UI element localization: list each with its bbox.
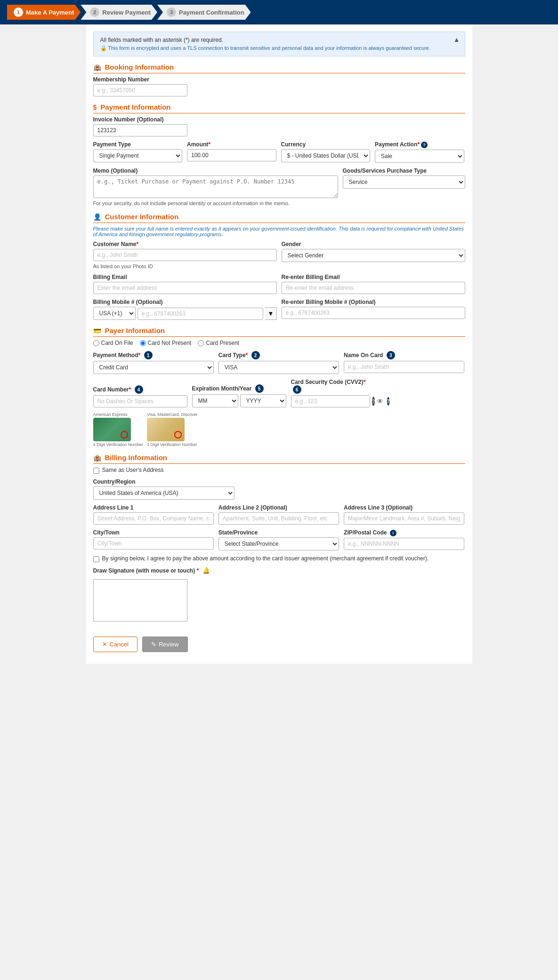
phone-arrow-button[interactable]: ▼ — [265, 307, 276, 320]
collapse-button[interactable]: ▲ — [453, 36, 460, 43]
security-note: 🔒 This form is encrypted and uses a TLS … — [100, 45, 458, 51]
payment-action-select[interactable]: Sale Authorization — [375, 150, 464, 163]
memo-textarea[interactable] — [93, 175, 338, 198]
addr1-label: Address Line 1 — [93, 504, 214, 511]
step-1[interactable]: 1 Make A Payment — [7, 5, 81, 20]
mobile-group: Billing Mobile # (Optional) USA (+1) ▼ — [93, 299, 277, 320]
addr2-input[interactable] — [218, 512, 339, 525]
booking-form-row: Membership Number — [93, 76, 465, 96]
re-mobile-input[interactable] — [282, 307, 465, 319]
city-label: City/Town — [93, 529, 214, 536]
agreement-row: By signing below, I agree to pay the abo… — [93, 555, 465, 562]
same-as-user-row: Same as User's Address — [93, 467, 465, 474]
customer-name-gender-row: Customer Name* As listed on your Photo I… — [93, 241, 465, 269]
card-present-label[interactable]: Card Present — [198, 340, 239, 346]
card-number-input[interactable] — [93, 395, 187, 407]
card-present-radio[interactable] — [198, 340, 204, 346]
payment-type-select[interactable]: Single Payment Installment — [93, 149, 183, 162]
invoice-input[interactable] — [93, 124, 187, 136]
visa-label: Visa, Mastercard, Discover — [147, 412, 197, 417]
payment-method-label: Payment Method* 1 — [93, 351, 214, 359]
gender-select[interactable]: Select Gender Male Female Other — [282, 249, 465, 262]
addr2-group: Address Line 2 (Optional) — [218, 504, 339, 525]
cancel-icon: ✕ — [102, 641, 107, 648]
agreement-checkbox[interactable] — [93, 556, 99, 562]
expiry-year-select[interactable]: YYYY 202420252026 2027202820292030 — [240, 394, 286, 407]
expiry-month-select[interactable]: MM 01020304 05060708 09101112 — [192, 394, 238, 407]
name-on-card-input[interactable] — [344, 361, 464, 373]
customer-icon: 👤 — [93, 213, 101, 221]
billing-section-header: 🏨 Billing Information — [93, 454, 465, 464]
card-on-file-radio[interactable] — [93, 340, 99, 346]
payment-method-select[interactable]: Credit Card ACH Check — [93, 361, 214, 374]
card-not-present-label[interactable]: Card Not Present — [140, 340, 192, 346]
zip-input[interactable] — [344, 538, 464, 550]
currency-select[interactable]: $ - United States Dollar (USD) € - Euro … — [281, 149, 371, 162]
re-mobile-group: Re-enter Billing Mobile # (Optional) — [282, 299, 465, 320]
name-on-card-label: Name On Card 3 — [344, 351, 464, 359]
customer-title: Customer Information — [105, 213, 179, 221]
state-select[interactable]: Select State/Province AlabamaAlaskaArizo… — [218, 537, 339, 550]
country-label: Country/Region — [93, 478, 235, 485]
signature-canvas[interactable] — [93, 579, 187, 621]
payer-title: Payer Information — [105, 327, 165, 335]
zip-group: ZIP/Postal Code i — [344, 529, 464, 550]
review-button[interactable]: ✎ Review — [142, 637, 188, 652]
step-2-num: 2 — [90, 8, 99, 17]
country-select[interactable]: United States of America (USA) Canada Un… — [93, 486, 235, 500]
city-state-zip-row: City/Town State/Province Select State/Pr… — [93, 529, 465, 550]
invoice-label: Invoice Number (Optional) — [93, 116, 187, 123]
cancel-button[interactable]: ✕ Cancel — [93, 637, 137, 652]
cvv-input[interactable] — [291, 395, 370, 407]
amount-input[interactable] — [187, 149, 276, 161]
memo-label: Memo (Optional) — [93, 167, 338, 174]
cancel-label: Cancel — [110, 641, 129, 648]
payment-type-label: Payment Type — [93, 141, 183, 148]
goods-group: Goods/Services Purchase Type Service Goo… — [343, 167, 465, 206]
customer-section-header: 👤 Customer Information — [93, 213, 465, 223]
card-number-label: Card Number* 4 — [93, 385, 187, 394]
card-on-file-label[interactable]: Card On File — [93, 340, 133, 346]
cvv-info-icon[interactable]: ? — [372, 397, 375, 406]
zip-info-icon[interactable]: i — [390, 530, 396, 536]
amex-card-image-container: American Express 4 Digit Verification Nu… — [93, 412, 144, 447]
step-1-label: Make A Payment — [26, 9, 74, 16]
goods-select[interactable]: Service Goods Other — [343, 175, 465, 189]
cvv-circle: 6 — [293, 385, 301, 394]
re-email-input[interactable] — [282, 282, 465, 294]
same-as-user-checkbox[interactable] — [93, 468, 99, 474]
step-2-label: Review Payment — [102, 9, 151, 16]
signature-req: * — [197, 567, 199, 574]
customer-name-input[interactable] — [93, 249, 277, 261]
addr2-label: Address Line 2 (Optional) — [218, 504, 339, 511]
name-on-card-group: Name On Card 3 — [344, 351, 464, 374]
payment-action-group: Payment Action*? Sale Authorization — [375, 141, 464, 163]
addr1-input[interactable] — [93, 512, 214, 525]
expiry-group: Expiration Month/Year 5 MM 01020304 0506… — [192, 384, 286, 407]
invoice-group: Invoice Number (Optional) — [93, 116, 187, 136]
main-container: All fields marked with an asterisk (*) a… — [86, 24, 472, 664]
addr3-input[interactable] — [344, 512, 464, 525]
payer-section-header: 💳 Payer Information — [93, 327, 465, 337]
step-3[interactable]: 3 Payment Confirmation — [157, 5, 251, 20]
city-input[interactable] — [93, 537, 214, 550]
payment-action-info-icon[interactable]: ? — [421, 142, 428, 148]
visa-card-image — [147, 418, 185, 441]
cvv-eye-button[interactable]: 👁 — [377, 398, 383, 405]
cvv-group: Card Security Code (CVV2)* 6 ? 👁 7 — [291, 379, 376, 407]
mobile-input[interactable] — [137, 308, 264, 320]
phone-country-select[interactable]: USA (+1) — [93, 307, 136, 320]
signature-label: Draw Signature (with mouse or touch) * 🔔 — [93, 567, 465, 574]
amount-label: Amount* — [187, 141, 276, 148]
re-email-group: Re-enter Billing Email — [282, 274, 465, 294]
zip-label: ZIP/Postal Code i — [344, 529, 464, 536]
step-2[interactable]: 2 Review Payment — [81, 5, 157, 20]
card-presence-radio-group: Card On File Card Not Present Card Prese… — [93, 340, 465, 346]
currency-group: Currency $ - United States Dollar (USD) … — [281, 141, 371, 163]
email-input[interactable] — [93, 282, 277, 294]
same-as-user-label: Same as User's Address — [102, 467, 164, 473]
mobile-row: Billing Mobile # (Optional) USA (+1) ▼ R… — [93, 299, 465, 320]
card-type-select[interactable]: VISA Mastercard American Express Discove… — [218, 361, 339, 374]
membership-input[interactable] — [93, 84, 187, 96]
card-not-present-radio[interactable] — [140, 340, 146, 346]
